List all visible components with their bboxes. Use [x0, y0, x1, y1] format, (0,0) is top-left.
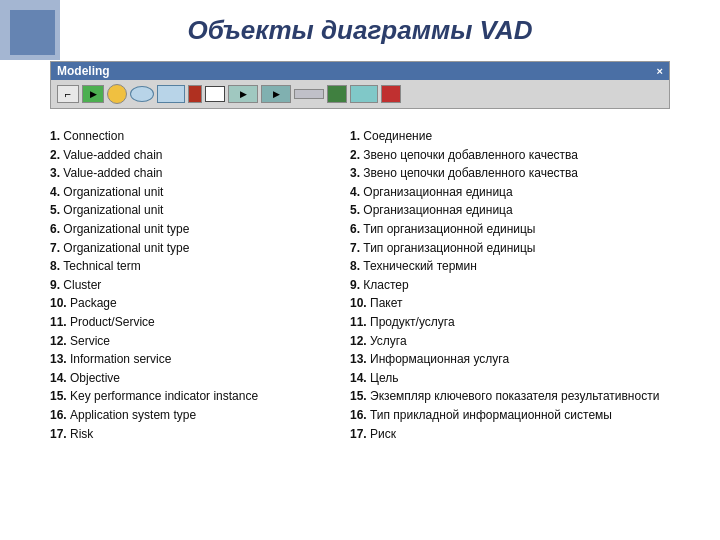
left-item-13: 13. Information service — [50, 350, 330, 369]
content-area: 1. Connection2. Value-added chain3. Valu… — [0, 119, 720, 448]
left-item-1: 1. Connection — [50, 127, 330, 146]
right-item-4: 4. Организационная единица — [350, 183, 670, 202]
tool-cyan-rect[interactable] — [350, 85, 378, 103]
tool-gray-line[interactable] — [294, 89, 324, 99]
tool-teal-arrow2[interactable]: ▶ — [261, 85, 291, 103]
left-item-16: 16. Application system type — [50, 406, 330, 425]
left-item-11: 11. Product/Service — [50, 313, 330, 332]
modeling-toolbar: ⌐ ▶ ▶ ▶ — [51, 80, 669, 108]
modeling-titlebar: Modeling × — [51, 62, 669, 80]
left-item-14: 14. Objective — [50, 369, 330, 388]
page-title: Объекты диаграммы VAD — [0, 0, 720, 56]
left-item-6: 6. Organizational unit type — [50, 220, 330, 239]
left-item-5: 5. Organizational unit — [50, 201, 330, 220]
right-item-10: 10. Пакет — [350, 294, 670, 313]
right-item-7: 7. Тип организационной единицы — [350, 239, 670, 258]
left-column: 1. Connection2. Value-added chain3. Valu… — [50, 127, 330, 443]
left-item-7: 7. Organizational unit type — [50, 239, 330, 258]
right-column: 1. Соединение2. Звено цепочки добавленно… — [350, 127, 670, 443]
bg-decor-2 — [10, 10, 55, 55]
right-item-12: 12. Услуга — [350, 332, 670, 351]
left-item-10: 10. Package — [50, 294, 330, 313]
modeling-window: Modeling × ⌐ ▶ ▶ ▶ — [50, 61, 670, 109]
tool-corner-arrow[interactable]: ⌐ — [57, 85, 79, 103]
left-item-3: 3. Value-added chain — [50, 164, 330, 183]
tool-red-rect[interactable] — [188, 85, 202, 103]
right-item-15: 15. Экземпляр ключевого показателя резул… — [350, 387, 670, 406]
left-item-2: 2. Value-added chain — [50, 146, 330, 165]
tool-white-rect[interactable] — [205, 86, 225, 102]
right-item-13: 13. Информационная услуга — [350, 350, 670, 369]
left-item-15: 15. Key performance indicator instance — [50, 387, 330, 406]
right-item-3: 3. Звено цепочки добавленного качества — [350, 164, 670, 183]
left-item-12: 12. Service — [50, 332, 330, 351]
right-item-16: 16. Тип прикладной информационной систем… — [350, 406, 670, 425]
right-item-2: 2. Звено цепочки добавленного качества — [350, 146, 670, 165]
tool-green-arrow[interactable]: ▶ — [82, 85, 104, 103]
left-item-9: 9. Cluster — [50, 276, 330, 295]
close-icon[interactable]: × — [657, 65, 663, 77]
tool-red-sq[interactable] — [381, 85, 401, 103]
right-item-1: 1. Соединение — [350, 127, 670, 146]
tool-teal-arrow[interactable]: ▶ — [228, 85, 258, 103]
right-item-9: 9. Кластер — [350, 276, 670, 295]
tool-blue-rect[interactable] — [157, 85, 185, 103]
tool-blue-oval[interactable] — [130, 86, 154, 102]
right-item-17: 17. Риск — [350, 425, 670, 444]
tool-yellow-oval[interactable] — [107, 84, 127, 104]
modeling-label: Modeling — [57, 64, 110, 78]
left-item-4: 4. Organizational unit — [50, 183, 330, 202]
left-item-17: 17. Risk — [50, 425, 330, 444]
right-item-8: 8. Технический термин — [350, 257, 670, 276]
tool-green-sq[interactable] — [327, 85, 347, 103]
right-item-11: 11. Продукт/услуга — [350, 313, 670, 332]
right-item-6: 6. Тип организационной единицы — [350, 220, 670, 239]
right-item-14: 14. Цель — [350, 369, 670, 388]
right-item-5: 5. Организационная единица — [350, 201, 670, 220]
left-item-8: 8. Technical term — [50, 257, 330, 276]
